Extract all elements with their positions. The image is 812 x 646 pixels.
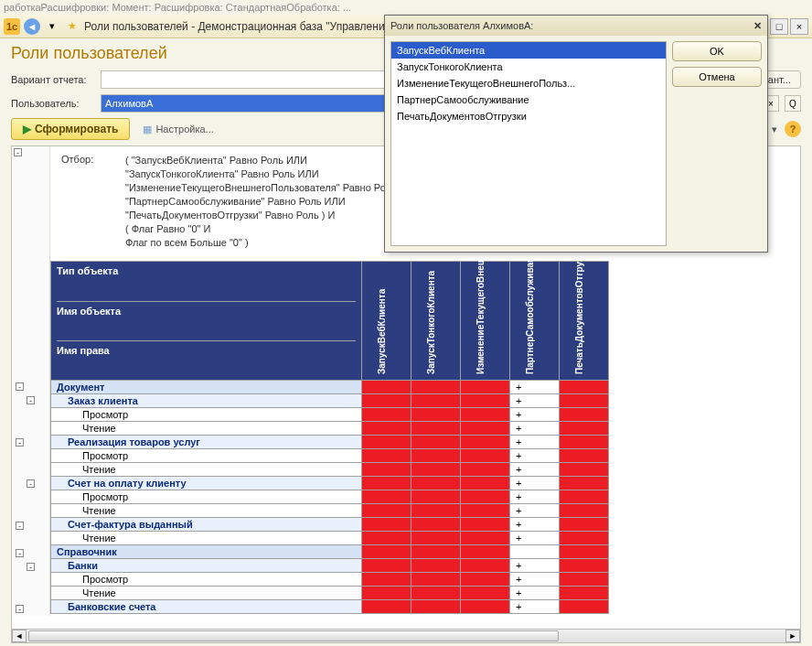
- close-button[interactable]: ×: [790, 18, 808, 35]
- cell: +: [510, 436, 560, 449]
- horizontal-scrollbar[interactable]: ◄ ►: [11, 629, 801, 643]
- column-header: ПечатьДокументовОтгрузки: [560, 262, 609, 381]
- dialog-list-item[interactable]: ЗапускТонкогоКлиента: [391, 59, 666, 75]
- table-row: Просмотр+: [51, 408, 609, 422]
- cell: [411, 545, 461, 559]
- cell: [362, 600, 411, 614]
- row-label: Просмотр: [51, 449, 362, 463]
- scroll-left-icon[interactable]: ◄: [12, 630, 27, 642]
- cell: +: [510, 422, 560, 436]
- column-header: ЗапускВебКлиента: [362, 262, 411, 381]
- tree-expander[interactable]: -: [16, 522, 24, 530]
- column-header: ЗапускТонкогоКлиента: [411, 262, 461, 381]
- tree-expander[interactable]: -: [16, 605, 24, 613]
- tree-expander[interactable]: -: [16, 382, 24, 391]
- cell: [362, 408, 411, 422]
- cell: [461, 490, 510, 504]
- cell: +: [510, 559, 560, 573]
- settings-link-label: Настройка...: [155, 124, 213, 135]
- tree-expander[interactable]: -: [16, 438, 24, 447]
- table-row: Заказ клиента+: [51, 394, 609, 408]
- variant-label: Вариант отчета:: [11, 74, 95, 85]
- dialog-titlebar[interactable]: Роли пользователя АлхимовА: ✕: [385, 16, 767, 36]
- row-label: Просмотр: [51, 408, 362, 422]
- cell: [411, 600, 461, 614]
- cell: [362, 573, 411, 587]
- table-row: Счет-фактура выданный+: [51, 518, 609, 532]
- dialog-list-item[interactable]: ЗапускВебКлиента: [391, 42, 666, 59]
- hdr-name: Имя объекта: [57, 301, 356, 340]
- cell: [560, 381, 609, 394]
- settings-link[interactable]: ▦Настройка...: [143, 124, 213, 135]
- cell: [560, 490, 609, 504]
- cell: [461, 518, 510, 532]
- cell: [560, 449, 609, 463]
- table-row: Банковские счета+: [51, 600, 609, 614]
- row-label: Чтение: [51, 504, 362, 518]
- tree-expander[interactable]: -: [27, 396, 35, 404]
- table-row: Чтение+: [51, 422, 609, 436]
- hdr-right: Имя права: [57, 340, 356, 380]
- tree-expander[interactable]: -: [27, 563, 35, 571]
- dialog-list[interactable]: ЗапускВебКлиентаЗапускТонкогоКлиентаИзме…: [390, 41, 667, 246]
- table-row: Просмотр+: [51, 449, 609, 463]
- tree-expander[interactable]: -: [27, 479, 35, 488]
- cell: [411, 463, 461, 477]
- user-search-icon[interactable]: Q: [785, 95, 801, 112]
- star-icon[interactable]: ★: [64, 18, 80, 35]
- cell: [560, 408, 609, 422]
- cell: [560, 477, 609, 490]
- row-label: Счет-фактура выданный: [51, 518, 362, 532]
- cell: [461, 573, 510, 587]
- dialog-list-item[interactable]: ИзменениеТекущегоВнешнегоПольз...: [391, 75, 666, 92]
- cell: [411, 408, 461, 422]
- cell: [461, 381, 510, 394]
- cell: [461, 436, 510, 449]
- cell: +: [510, 573, 560, 587]
- cell: +: [510, 532, 560, 545]
- cell: [411, 573, 461, 587]
- table-row: Чтение+: [51, 587, 609, 600]
- cell: +: [510, 394, 560, 408]
- roles-dialog: Роли пользователя АлхимовА: ✕ ЗапускВебК…: [384, 15, 768, 253]
- scroll-right-icon[interactable]: ►: [785, 630, 800, 642]
- table-row: Просмотр+: [51, 490, 609, 504]
- cell: [461, 600, 510, 614]
- cell: [560, 545, 609, 559]
- column-header: ИзменениеТекущегоВнешнегоПользователя: [461, 262, 510, 381]
- cell: [560, 504, 609, 518]
- maximize-button[interactable]: □: [770, 18, 788, 35]
- dialog-close-icon[interactable]: ✕: [753, 20, 762, 32]
- cell: [560, 559, 609, 573]
- cell: [461, 504, 510, 518]
- help-icon[interactable]: ?: [785, 121, 801, 137]
- cell: [411, 449, 461, 463]
- tree-expander[interactable]: -: [14, 148, 22, 156]
- cell: [362, 463, 411, 477]
- dialog-list-item[interactable]: ПартнерСамообслуживание: [391, 92, 666, 108]
- dropdown-icon[interactable]: ▾: [44, 18, 60, 35]
- cell: [362, 381, 411, 394]
- cell: [362, 518, 411, 532]
- back-icon[interactable]: ◄: [24, 18, 40, 35]
- scroll-thumb[interactable]: [28, 630, 559, 641]
- app-icon: 1c: [4, 18, 20, 35]
- cell: [560, 436, 609, 449]
- cell: [510, 545, 560, 559]
- dialog-title: Роли пользователя АлхимовА:: [390, 20, 533, 31]
- form-button[interactable]: ▶Сформировать: [11, 118, 130, 140]
- cell: +: [510, 600, 560, 614]
- cell: [560, 573, 609, 587]
- cell: [411, 490, 461, 504]
- dialog-cancel-button[interactable]: Отмена: [672, 67, 762, 87]
- cell: [362, 545, 411, 559]
- cell: +: [510, 504, 560, 518]
- tree-expander[interactable]: -: [16, 549, 24, 557]
- cell: [362, 394, 411, 408]
- cell: [411, 532, 461, 545]
- cell: [362, 587, 411, 600]
- dialog-list-item[interactable]: ПечатьДокументовОтгрузки: [391, 108, 666, 124]
- cell: [461, 408, 510, 422]
- dialog-ok-button[interactable]: OK: [672, 41, 762, 61]
- row-label: Чтение: [51, 422, 362, 436]
